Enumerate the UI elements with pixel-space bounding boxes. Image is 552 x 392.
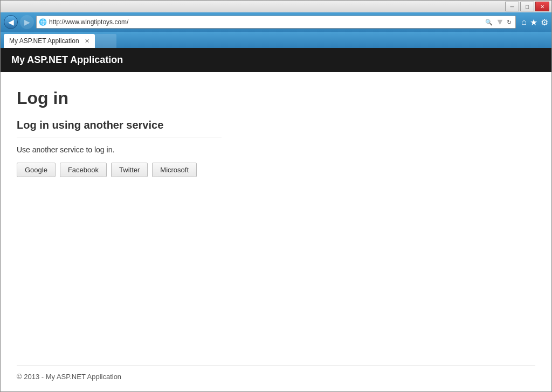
app-name: My ASP.NET Application — [11, 54, 123, 65]
address-text: http://www.wingtiptoys.com/ — [49, 18, 481, 26]
title-bar: ─ □ ✕ — [1, 1, 551, 12]
browser-window: ─ □ ✕ ◀ ▶ 🌐 http://www.wingtiptoys.com/ … — [0, 0, 552, 392]
service-buttons: Google Facebook Twitter Microsoft — [17, 163, 535, 177]
minimize-button[interactable]: ─ — [505, 2, 519, 11]
footer-divider — [17, 366, 535, 366]
facebook-button[interactable]: Facebook — [60, 163, 107, 177]
tabs-bar: My ASP.NET Application ✕ — [1, 32, 551, 48]
microsoft-button[interactable]: Microsoft — [152, 163, 197, 177]
google-button[interactable]: Google — [17, 163, 56, 177]
favorites-icon[interactable]: ★ — [530, 17, 537, 27]
section-divider — [17, 137, 222, 137]
forward-button[interactable]: ▶ — [20, 15, 34, 29]
inactive-tab[interactable] — [95, 34, 116, 48]
tab-label: My ASP.NET Application — [9, 37, 79, 45]
section-heading: Log in using another service — [17, 119, 535, 131]
back-button[interactable]: ◀ — [4, 15, 18, 29]
address-bar[interactable]: 🌐 http://www.wingtiptoys.com/ 🔍 ▼ ↻ — [36, 16, 516, 29]
settings-icon[interactable]: ⚙ — [541, 17, 548, 27]
home-icon[interactable]: ⌂ — [521, 17, 527, 27]
address-actions: 🔍 ▼ ↻ — [484, 17, 513, 27]
browser-right-icons: ⌂ ★ ⚙ — [521, 17, 548, 27]
tab-close-button[interactable]: ✕ — [85, 38, 89, 45]
page-title: Log in — [17, 88, 535, 108]
page-content: Log in Log in using another service Use … — [1, 72, 551, 391]
restore-button[interactable]: □ — [520, 2, 534, 11]
app-navbar: My ASP.NET Application — [1, 48, 551, 72]
active-tab[interactable]: My ASP.NET Application ✕ — [4, 34, 95, 48]
refresh-button[interactable]: ↻ — [505, 17, 513, 27]
close-button[interactable]: ✕ — [535, 2, 549, 11]
footer-text: © 2013 - My ASP.NET Application — [17, 373, 535, 381]
window-controls: ─ □ ✕ — [505, 2, 549, 11]
search-button[interactable]: 🔍 — [484, 17, 494, 27]
service-description: Use another service to log in. — [17, 145, 535, 154]
twitter-button[interactable]: Twitter — [111, 163, 148, 177]
address-icon: 🌐 — [39, 18, 47, 26]
browser-toolbar: ◀ ▶ 🌐 http://www.wingtiptoys.com/ 🔍 ▼ ↻ … — [1, 12, 551, 32]
